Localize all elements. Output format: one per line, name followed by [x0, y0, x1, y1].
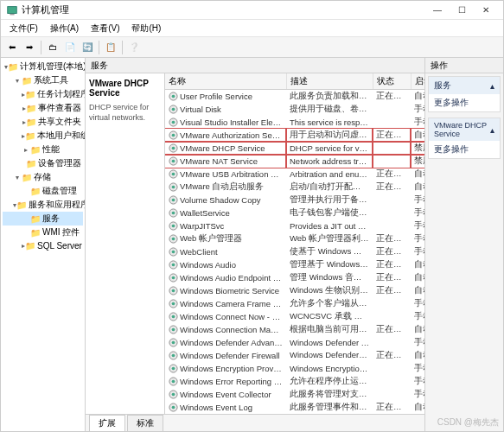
svg-point-7	[172, 121, 175, 124]
service-row[interactable]: WebClient使基于 Windows 的程...正在运行手动(触发...本地…	[165, 245, 424, 258]
svg-point-33	[172, 289, 175, 293]
svg-point-37	[172, 315, 175, 319]
svg-point-41	[172, 341, 175, 345]
svg-rect-1	[10, 14, 14, 15]
refresh-button[interactable]: 🔄	[80, 40, 95, 55]
service-row[interactable]: Windows Defender Advanced Thr...Windows …	[165, 336, 424, 349]
export-button[interactable]: 📋	[103, 40, 118, 55]
tree-node[interactable]: ▸📁性能	[3, 143, 83, 156]
col-startup[interactable]: 启动类型	[411, 73, 424, 90]
tree-node[interactable]: 📁磁盘管理	[3, 184, 83, 198]
svg-point-15	[172, 173, 175, 176]
service-row[interactable]: Windows Connection Manager根据电脑当前可用的网...正…	[165, 323, 424, 336]
service-row[interactable]: Windows Encryption Provider Ho...Windows…	[165, 362, 424, 375]
svg-rect-0	[8, 6, 17, 13]
service-row[interactable]: Virtual Disk提供用于磁盘、卷、...手动本地系统	[165, 103, 424, 116]
tree-node[interactable]: ▾📁系统工具	[3, 73, 83, 87]
service-row[interactable]: VMware 自动启动服务启动/自动打开配置文...正在运行自动本地系统	[165, 181, 424, 194]
menu-help[interactable]: 帮助(H)	[126, 21, 166, 36]
service-row[interactable]: Windows Connect Now - Config R...WCNCSVC…	[165, 310, 424, 323]
view-tabs: 扩展 标准	[86, 414, 424, 431]
menubar: 文件(F) 操作(A) 查看(V) 帮助(H)	[1, 20, 503, 37]
menu-action[interactable]: 操作(A)	[45, 21, 84, 36]
tree-node[interactable]: 📁设备管理器	[3, 156, 83, 170]
service-row[interactable]: VMware NAT ServiceNetwork address tra...…	[165, 155, 424, 168]
svg-point-39	[172, 328, 175, 332]
service-row[interactable]: Visual Studio Installer Elevation Se...T…	[165, 116, 424, 129]
svg-point-43	[172, 354, 175, 358]
svg-point-3	[172, 95, 175, 98]
col-desc[interactable]: 描述	[286, 73, 373, 90]
tree-node[interactable]: ▸📁SQL Server Configura	[3, 239, 83, 251]
detail-pane: VMware DHCP Service DHCP service for vir…	[86, 73, 165, 414]
actions-pane: 操作 服务▴ 更多操作 VMware DHCP Service▴ 更多操作	[425, 58, 503, 431]
svg-point-27	[172, 251, 175, 254]
service-list[interactable]: 名称 描述 状态 启动类型 登录为 User Profile Service此服…	[165, 73, 424, 414]
app-icon	[6, 4, 18, 16]
svg-point-19	[172, 199, 175, 202]
titlebar: 计算机管理 — ☐ ✕	[1, 1, 503, 20]
col-name[interactable]: 名称	[165, 73, 286, 90]
forward-button[interactable]: ➡	[22, 40, 37, 55]
menu-view[interactable]: 查看(V)	[86, 21, 124, 36]
service-row[interactable]: VMware USB Arbitration ServiceArbitratio…	[165, 168, 424, 181]
svg-point-13	[172, 160, 175, 163]
properties-button[interactable]: 📄	[62, 40, 78, 55]
service-row[interactable]: VMware DHCP ServiceDHCP service for virt…	[165, 142, 424, 155]
col-status[interactable]: 状态	[373, 73, 411, 90]
service-row[interactable]: Windows Biometric ServiceWindows 生物识别服务.…	[165, 284, 424, 297]
service-row[interactable]: VMware Authorization Service用于启动和访问虚拟机..…	[165, 129, 424, 142]
svg-point-45	[172, 367, 175, 371]
service-row[interactable]: Volume Shadow Copy管理并执行用于备份和...手动本地系统	[165, 194, 424, 206]
service-row[interactable]: Windows Audio Endpoint Builder管理 Windows…	[165, 271, 424, 284]
tree-node[interactable]: 📁服务	[3, 212, 83, 226]
tree-node[interactable]: ▾📁服务和应用程序	[3, 198, 83, 212]
help-button[interactable]: ❔	[126, 40, 142, 55]
svg-point-29	[172, 264, 175, 267]
service-row[interactable]: Windows Audio管理基于 Windows 的...正在运行自动本地服务	[165, 258, 424, 271]
close-button[interactable]: ✕	[474, 2, 498, 19]
back-button[interactable]: ⬅	[4, 40, 20, 55]
tree-node[interactable]: ▸📁任务计划程序	[3, 87, 83, 101]
center-header: 服务	[86, 58, 424, 73]
toolbar: ⬅ ➡ 🗀 📄 🔄 📋 ❔	[1, 37, 503, 58]
detail-title: VMware DHCP Service	[89, 79, 161, 98]
svg-point-5	[172, 108, 175, 111]
service-row[interactable]: WalletService电子钱包客户端使用的...手动本地系统	[165, 206, 424, 219]
svg-point-21	[172, 212, 175, 215]
svg-point-49	[172, 393, 175, 397]
tree-node[interactable]: ▸📁事件查看器	[3, 101, 83, 115]
tree-node[interactable]: ▸📁共享文件夹	[3, 115, 83, 129]
service-row[interactable]: Web 帐户管理器Web 帐户管理器利用此...正在运行手动本地系统	[165, 232, 424, 245]
service-row[interactable]: Windows Event Collector此服务将管理对支持 W...手动网…	[165, 388, 424, 401]
svg-point-17	[172, 186, 175, 189]
service-row[interactable]: Windows Event Log此服务管理事件和事件...正在运行自动本地服务	[165, 401, 424, 414]
svg-point-25	[172, 238, 175, 241]
tree-node[interactable]: 📁WMI 控件	[3, 226, 83, 239]
detail-desc: DHCP service for virtual networks.	[89, 103, 161, 123]
action-more-2[interactable]: 更多操作	[429, 141, 500, 158]
nav-tree[interactable]: ▾📁计算机管理(本地)▾📁系统工具▸📁任务计划程序▸📁事件查看器▸📁共享文件夹▸…	[1, 58, 86, 431]
tree-node[interactable]: ▸📁本地用户和组	[3, 129, 83, 143]
tree-node[interactable]: ▾📁存储	[3, 170, 83, 184]
service-row[interactable]: WarpJITSvcProvides a JIT out of ...手动(触发…	[165, 219, 424, 232]
svg-point-9	[172, 134, 175, 137]
svg-point-11	[172, 147, 175, 150]
service-row[interactable]: Windows Error Reporting Service允许在程序停止运行…	[165, 375, 424, 388]
show-hide-button[interactable]: 🗀	[45, 40, 61, 55]
service-row[interactable]: Windows Defender FirewallWindows Defende…	[165, 349, 424, 362]
action-group-services: 服务▴	[429, 77, 500, 94]
svg-point-51	[172, 406, 175, 410]
minimize-button[interactable]: —	[425, 2, 450, 19]
service-row[interactable]: Windows Camera Frame Server允许多个客户端从相机...…	[165, 297, 424, 310]
svg-point-31	[172, 276, 175, 280]
maximize-button[interactable]: ☐	[450, 2, 474, 19]
tree-node[interactable]: ▾📁计算机管理(本地)	[3, 60, 83, 73]
tab-extended[interactable]: 扩展	[89, 415, 125, 431]
action-group-selected: VMware DHCP Service▴	[429, 118, 500, 141]
tab-standard[interactable]: 标准	[127, 415, 163, 431]
service-row[interactable]: User Profile Service此服务负责加载和卸...正在运行自动本地…	[165, 90, 424, 104]
action-more-1[interactable]: 更多操作	[429, 94, 500, 111]
window-title: 计算机管理	[22, 3, 425, 16]
menu-file[interactable]: 文件(F)	[4, 21, 43, 36]
